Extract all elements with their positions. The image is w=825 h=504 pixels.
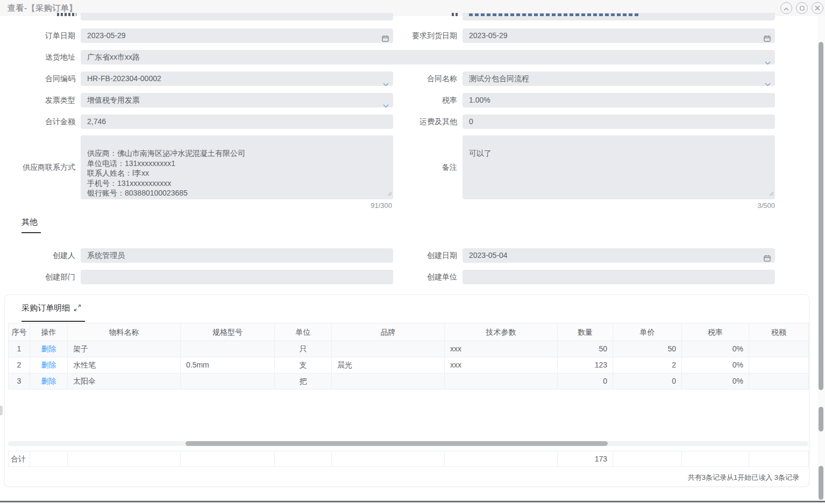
window-controls: [780, 2, 823, 14]
vertical-scrollbar-thumb[interactable]: [819, 42, 823, 390]
total-amount-field[interactable]: 2,746: [81, 114, 393, 129]
contract-name-select[interactable]: 测试分包合同流程: [463, 71, 775, 86]
total-amount-value: 2,746: [87, 117, 106, 126]
expand-icon[interactable]: [74, 304, 81, 314]
cell-brand: [332, 373, 445, 389]
supplier-contact-textarea[interactable]: 供应商：佛山市南海区泌冲水泥混凝土有限公司 单位电话：131xxxxxxxxx1…: [81, 135, 393, 199]
invoice-type-select[interactable]: 增值税专用发票: [81, 93, 393, 107]
remark-textarea[interactable]: 可以了: [463, 135, 775, 199]
clipped-field-left: [81, 13, 393, 20]
order-date-label: 订单日期: [5, 28, 75, 43]
table-row: 1删除架子只xxx50500%: [9, 341, 809, 357]
supplier-contact-value: 供应商：佛山市南海区泌冲水泥混凝土有限公司 单位电话：131xxxxxxxxx1…: [87, 149, 245, 197]
chevron-down-icon: [765, 77, 771, 86]
tab-order-detail[interactable]: 采购订单明细: [22, 303, 70, 313]
header-unit: 单位: [275, 323, 332, 341]
invoice-type-value: 增值税专用发票: [87, 96, 140, 104]
creator-value: 系统管理员: [87, 251, 125, 260]
tax-rate-field[interactable]: 1.00%: [463, 93, 775, 107]
creator-field[interactable]: 系统管理员: [81, 248, 393, 263]
required-delivery-date-field[interactable]: 2023-05-29: [463, 28, 775, 43]
collapse-button[interactable]: [780, 2, 792, 14]
header-tech: 技术参数: [445, 323, 558, 341]
contract-name-value: 测试分包合同流程: [469, 74, 529, 83]
table-row: 2删除水性笔0.5mm支晨光xxx12320%: [9, 357, 809, 373]
create-unit-field[interactable]: [463, 270, 775, 284]
total-amount-label: 合计金额: [5, 114, 75, 129]
summary-brand: [332, 451, 445, 466]
supplier-contact-label: 供应商联系方式: [5, 162, 75, 172]
delivery-address-label: 送货地址: [5, 50, 75, 64]
table-header-row: 序号操作物料名称规格型号单位品牌技术参数数量单价税率税额: [9, 323, 809, 341]
resize-grip-icon[interactable]: [769, 178, 774, 198]
summary-tax_amount: [749, 451, 809, 466]
cell-price: 0: [613, 373, 682, 389]
header-qty: 数量: [558, 323, 613, 341]
header-brand: 品牌: [332, 323, 445, 341]
header-op: 操作: [30, 323, 68, 341]
char-counter: 3/500: [463, 201, 775, 210]
summary-tech: [445, 451, 558, 466]
cell-name: 太阳伞: [68, 373, 181, 389]
header-tax_rate: 税率: [682, 323, 749, 341]
record-count-text: 共有3条记录从1开始已读入 3条记录: [688, 473, 799, 483]
clipped-text-remnant: [469, 13, 640, 16]
create-date-field[interactable]: 2023-05-04: [463, 248, 775, 263]
collapse-icon: [784, 3, 789, 13]
header-seq: 序号: [9, 323, 30, 341]
creator-label: 创建人: [5, 248, 75, 263]
close-icon: [815, 3, 820, 13]
order-date-value: 2023-05-29: [87, 31, 126, 40]
delete-link[interactable]: 删除: [41, 377, 56, 385]
tab-order-detail-underline: [22, 321, 85, 322]
clipped-label-remnant: [452, 13, 458, 16]
invoice-type-label: 发票类型: [5, 93, 75, 107]
delivery-address-select[interactable]: 广东省xx市xx路: [81, 50, 775, 64]
cell-price: 50: [613, 341, 682, 357]
close-button[interactable]: [812, 2, 823, 14]
horizontal-scrollbar-thumb[interactable]: [186, 441, 608, 446]
resize-grip-icon[interactable]: [387, 178, 392, 198]
cell-tax_amount: [749, 357, 809, 373]
contract-code-label: 合同编码: [5, 71, 75, 86]
table-body: 1删除架子只xxx50500%2删除水性笔0.5mm支晨光xxx12320%3删…: [9, 341, 809, 390]
cell-op: 删除: [30, 341, 68, 357]
cell-seq: 2: [9, 357, 30, 373]
summary-price: [613, 451, 682, 466]
cell-tax_amount: [749, 373, 809, 389]
order-date-field[interactable]: 2023-05-29: [81, 28, 393, 43]
required-delivery-date-label: 要求到货日期: [383, 28, 457, 43]
required-delivery-date-value: 2023-05-29: [469, 31, 508, 40]
delete-link[interactable]: 删除: [41, 361, 56, 369]
delete-link[interactable]: 删除: [41, 344, 56, 353]
remark-label: 备注: [383, 162, 457, 172]
cell-name: 水性笔: [68, 357, 181, 373]
summary-spec: [181, 451, 275, 466]
contract-code-select[interactable]: HR-FB-202304-00002: [81, 71, 393, 86]
cell-tech: [445, 373, 558, 389]
contract-code-value: HR-FB-202304-00002: [87, 74, 161, 83]
cell-tech: xxx: [445, 357, 558, 373]
vertical-scrollbar-thumb[interactable]: [819, 407, 823, 431]
purchase-order-view-window: 查看-【采购订单】 订单日期 2023-05-29: [0, 0, 825, 504]
tax-rate-label: 税率: [383, 93, 457, 107]
cell-brand: [332, 341, 445, 357]
cell-qty: 123: [558, 357, 613, 373]
summary-seq: 合计: [9, 451, 30, 466]
horizontal-scrollbar: [8, 441, 808, 446]
cell-spec: [181, 373, 275, 389]
summary-name: [68, 451, 181, 466]
create-department-field[interactable]: [81, 270, 393, 284]
tax-rate-value: 1.00%: [469, 96, 490, 104]
tab-other[interactable]: 其他: [22, 217, 38, 227]
cell-tech: xxx: [445, 341, 558, 357]
header-name: 物料名称: [68, 323, 181, 341]
contract-name-label: 合同名称: [383, 71, 457, 86]
vertical-scrollbar-thumb[interactable]: [819, 466, 823, 500]
freight-and-other-field[interactable]: 0: [463, 114, 775, 129]
create-department-label: 创建部门: [5, 270, 75, 284]
table-row: 3删除太阳伞把000%: [9, 373, 809, 390]
detail-table: 序号操作物料名称规格型号单位品牌技术参数数量单价税率税额 1删除架子只xxx50…: [8, 323, 809, 390]
maximize-button[interactable]: [796, 2, 808, 14]
calendar-icon: [764, 252, 771, 263]
